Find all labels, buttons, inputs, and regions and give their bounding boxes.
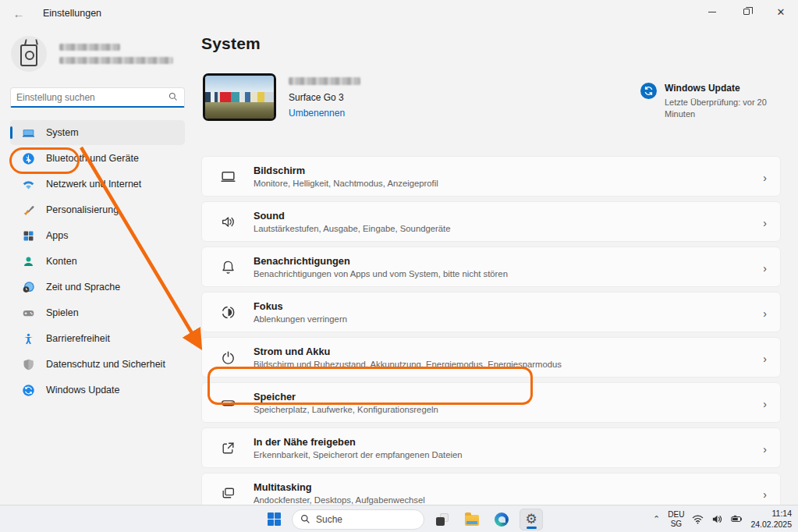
minimize-button[interactable] xyxy=(695,0,729,23)
chevron-right-icon: › xyxy=(763,353,767,365)
taskbar: Suche ⚙ ⌃ DEU SG 11:14 24.02.2025 xyxy=(0,505,798,532)
id-badge-icon xyxy=(20,44,37,66)
sidebar-item-label: Spielen xyxy=(46,307,79,318)
profile-text xyxy=(59,44,173,64)
row-title: Benachrichtigungen xyxy=(254,255,508,267)
chevron-right-icon: › xyxy=(763,443,767,456)
clock[interactable]: 11:14 24.02.2025 xyxy=(750,509,792,530)
device-model: Surface Go 3 xyxy=(289,92,360,103)
gaming-icon xyxy=(21,306,35,320)
sidebar-item-bluetooth-und-ger-te[interactable]: Bluetooth und Geräte xyxy=(10,146,185,171)
bluetooth-icon xyxy=(21,151,35,165)
sidebar-item-apps[interactable]: Apps xyxy=(10,223,185,248)
tray-chevron-up[interactable]: ⌃ xyxy=(653,514,660,524)
language-indicator[interactable]: DEU SG xyxy=(668,510,684,528)
settings-row-strom-und-akku[interactable]: Strom und Akku Bildschirm und Ruhezustan… xyxy=(201,337,781,378)
settings-row-speicher[interactable]: Speicher Speicherplatz, Laufwerke, Konfi… xyxy=(201,382,781,423)
nearby-share-icon xyxy=(219,439,236,456)
device-name-redacted xyxy=(289,77,360,85)
settings-row-in-der-nähe-freigeben[interactable]: In der Nähe freigeben Erkennbarkeit, Spe… xyxy=(201,427,781,468)
edge-icon xyxy=(495,512,509,527)
sidebar-item-label: Apps xyxy=(46,230,69,241)
multitasking-icon xyxy=(219,484,236,502)
sidebar-item-barrierefreiheit[interactable]: Barrierefreiheit xyxy=(10,326,185,351)
window-title: Einstellungen xyxy=(43,8,101,19)
task-view-button[interactable] xyxy=(431,509,454,530)
close-icon: ✕ xyxy=(777,7,786,17)
volume-icon[interactable] xyxy=(711,513,723,525)
settings-row-sound[interactable]: Sound Lautstärkestufen, Ausgabe, Eingabe… xyxy=(201,201,781,242)
row-subtitle: Erkennbarkeit, Speicherort der empfangen… xyxy=(254,450,463,459)
row-subtitle: Monitore, Helligkeit, Nachtmodus, Anzeig… xyxy=(254,179,438,188)
row-title: Fokus xyxy=(254,300,347,312)
battery-icon[interactable] xyxy=(731,513,743,525)
settings-button-active[interactable]: ⚙ xyxy=(520,509,543,530)
sidebar-item-label: Konten xyxy=(46,256,77,267)
chevron-right-icon: › xyxy=(763,262,767,275)
windows-update-icon xyxy=(21,383,35,397)
sidebar-item-label: Bluetooth und Geräte xyxy=(46,153,139,164)
search-icon xyxy=(168,92,178,101)
settings-row-bildschirm[interactable]: Bildschirm Monitore, Helligkeit, Nachtmo… xyxy=(201,156,781,197)
close-button[interactable]: ✕ xyxy=(764,0,798,23)
taskbar-search-label: Suche xyxy=(316,514,342,525)
device-header: Surface Go 3 Umbenennen Windows Update L… xyxy=(201,73,781,123)
device-wallpaper-thumbnail xyxy=(203,73,276,121)
tray-time: 11:14 xyxy=(750,509,792,520)
sidebar-item-netzwerk-und-internet[interactable]: Netzwerk und Internet xyxy=(10,172,185,197)
restore-icon xyxy=(743,9,750,15)
sidebar-item-label: Netzwerk und Internet xyxy=(46,179,141,190)
user-profile[interactable] xyxy=(11,36,195,72)
main-content: System Surface Go 3 Umbenennen Windows U… xyxy=(201,27,781,505)
windows-update-status: Letzte Überprüfung: vor 20 Minuten xyxy=(665,97,774,120)
sidebar-item-personalisierung[interactable]: Personalisierung xyxy=(10,197,185,222)
avatar xyxy=(11,36,47,72)
settings-row-fokus[interactable]: Fokus Ablenkungen verringern › xyxy=(201,292,781,332)
settings-row-benachrichtigungen[interactable]: Benachrichtigungen Benachrichtigungen vo… xyxy=(201,246,781,287)
row-title: Speicher xyxy=(254,391,438,403)
taskbar-search[interactable]: Suche xyxy=(292,509,424,530)
page-title: System xyxy=(201,34,781,53)
wifi-icon[interactable] xyxy=(692,513,704,525)
search-icon xyxy=(300,514,310,524)
settings-search-input[interactable] xyxy=(10,87,185,108)
accessibility-icon xyxy=(21,332,35,346)
chevron-right-icon: › xyxy=(763,217,767,229)
back-button[interactable]: ← xyxy=(6,4,31,23)
sidebar-item-system[interactable]: System xyxy=(10,120,185,145)
row-subtitle: Lautstärkestufen, Ausgabe, Eingabe, Soun… xyxy=(254,224,451,233)
row-title: Strom und Akku xyxy=(254,346,562,357)
sidebar-item-label: Barrierefreiheit xyxy=(46,333,110,344)
sound-icon xyxy=(219,213,236,230)
sidebar-item-label: Zeit und Sprache xyxy=(46,282,120,293)
sidebar-item-label: Windows Update xyxy=(46,385,120,395)
network-icon xyxy=(21,177,35,191)
privacy-icon xyxy=(21,357,35,371)
titlebar: ← Einstellungen ✕ xyxy=(0,0,798,27)
sidebar: System Bluetooth und Geräte Netzwerk und… xyxy=(0,27,195,505)
sidebar-item-konten[interactable]: Konten xyxy=(10,249,185,274)
file-explorer-button[interactable] xyxy=(460,509,484,530)
restore-button[interactable] xyxy=(729,0,764,23)
start-button[interactable] xyxy=(262,509,286,530)
sidebar-item-zeit-und-sprache[interactable]: Zeit und Sprache xyxy=(10,275,185,300)
row-subtitle: Speicherplatz, Laufwerke, Konfigurations… xyxy=(254,405,438,414)
sidebar-item-label: Datenschutz und Sicherheit xyxy=(46,359,165,370)
sidebar-item-spielen[interactable]: Spielen xyxy=(10,300,185,325)
windows-logo-icon xyxy=(268,512,281,526)
row-title: Multitasking xyxy=(254,481,425,493)
row-title: Bildschirm xyxy=(254,165,438,176)
rename-link[interactable]: Umbenennen xyxy=(289,108,360,119)
windows-update-title: Windows Update xyxy=(665,83,774,94)
settings-row-multitasking[interactable]: Multitasking Andockfenster, Desktops, Au… xyxy=(201,473,781,505)
row-subtitle: Andockfenster, Desktops, Aufgabenwechsel xyxy=(254,495,425,505)
display-icon xyxy=(219,168,236,185)
row-subtitle: Ablenkungen verringern xyxy=(254,314,347,324)
windows-update-icon xyxy=(640,83,657,99)
windows-update-summary[interactable]: Windows Update Letzte Überprüfung: vor 2… xyxy=(640,83,781,120)
edge-button[interactable] xyxy=(490,509,513,530)
time-language-icon xyxy=(21,280,35,294)
settings-rows: Bildschirm Monitore, Helligkeit, Nachtmo… xyxy=(201,156,781,505)
sidebar-item-windows-update[interactable]: Windows Update xyxy=(10,378,185,403)
sidebar-item-datenschutz-und-sicherheit[interactable]: Datenschutz und Sicherheit xyxy=(10,352,185,377)
